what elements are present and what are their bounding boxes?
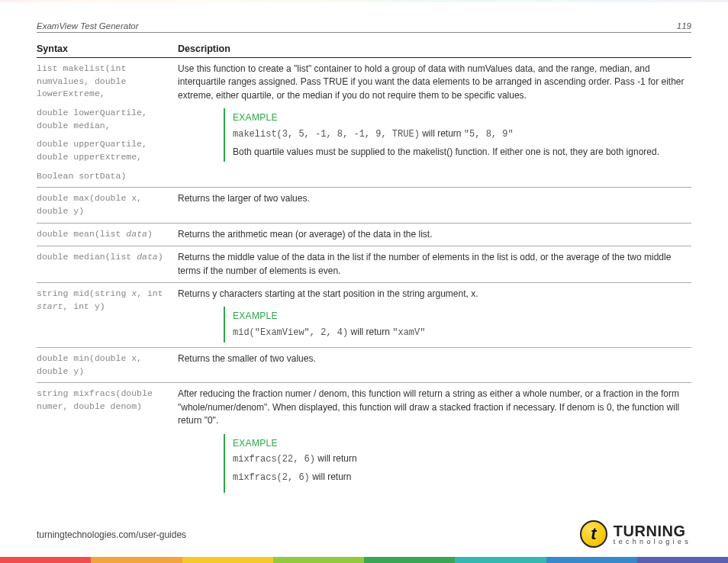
syntax-cell: string mixfracs(double numer, double den… xyxy=(37,383,178,497)
syntax-cell: double median(list data) xyxy=(37,246,178,283)
syntax-cell: double min(double x, double y) xyxy=(37,348,178,383)
example-note: Both quartile values must be supplied to… xyxy=(233,146,687,159)
example-box: EXAMPLEmakelist(3, 5, -1, 8, -1, 9, TRUE… xyxy=(224,108,687,162)
syntax-cell: double mean(list data) xyxy=(37,223,178,246)
col-description: Description xyxy=(178,40,691,58)
syntax-cell: double max(double x, double y) xyxy=(37,188,178,223)
example-label: EXAMPLE xyxy=(233,437,687,450)
logo-icon: t xyxy=(580,520,607,548)
page-content: ExamView Test Generator 119 Syntax Descr… xyxy=(0,0,728,497)
example-line: mixfracs(2, 6) will return xyxy=(233,471,687,484)
table-row: double mean(list data)Returns the arithm… xyxy=(37,223,691,246)
col-syntax: Syntax xyxy=(37,40,178,58)
table-row: string mixfracs(double numer, double den… xyxy=(37,383,691,497)
description-cell: Returns the arithmetic mean (or average)… xyxy=(178,223,691,246)
logo-text: TURNING technologies xyxy=(614,523,691,545)
description-cell: Returns the larger of two values. xyxy=(178,188,691,223)
description-cell: Returns the middle value of the data in … xyxy=(178,246,691,283)
footer-url: turningtechnologies.com/user-guides xyxy=(37,529,186,540)
page-number: 119 xyxy=(677,21,691,31)
color-bar xyxy=(0,557,728,563)
example-label: EXAMPLE xyxy=(233,111,687,124)
description-cell: Returns y characters starting at the sta… xyxy=(178,282,691,347)
description-cell: Use this function to create a "list" con… xyxy=(178,58,691,188)
table-row: string mid(string x, int start, int y)Re… xyxy=(37,282,691,347)
syntax-cell: list makelist(int numValues, double lowe… xyxy=(37,58,178,188)
example-box: EXAMPLEmid("ExamView", 2, 4) will return… xyxy=(224,307,687,343)
function-table: Syntax Description list makelist(int num… xyxy=(37,40,691,497)
example-line: makelist(3, 5, -1, 8, -1, 9, TRUE) will … xyxy=(233,127,687,141)
logo-small: technologies xyxy=(614,539,691,545)
description-cell: Returns the smaller of two values. xyxy=(178,348,691,383)
description-cell: After reducing the fraction numer / deno… xyxy=(178,383,691,497)
example-line: mid("ExamView", 2, 4) will return "xamV" xyxy=(233,326,687,339)
logo-big: TURNING xyxy=(614,523,691,539)
syntax-cell: string mid(string x, int start, int y) xyxy=(37,282,178,347)
example-line: mixfracs(22, 6) will return xyxy=(233,452,687,466)
logo: t TURNING technologies xyxy=(580,520,691,548)
example-label: EXAMPLE xyxy=(233,310,687,323)
table-row: list makelist(int numValues, double lowe… xyxy=(37,58,691,188)
page-header: ExamView Test Generator 119 xyxy=(37,21,691,33)
header-title: ExamView Test Generator xyxy=(37,21,139,31)
table-row: double min(double x, double y)Returns th… xyxy=(37,348,691,383)
example-box: EXAMPLEmixfracs(22, 6) will returnmixfra… xyxy=(224,434,687,493)
table-row: double median(list data)Returns the midd… xyxy=(37,246,691,283)
table-row: double max(double x, double y)Returns th… xyxy=(37,188,691,223)
